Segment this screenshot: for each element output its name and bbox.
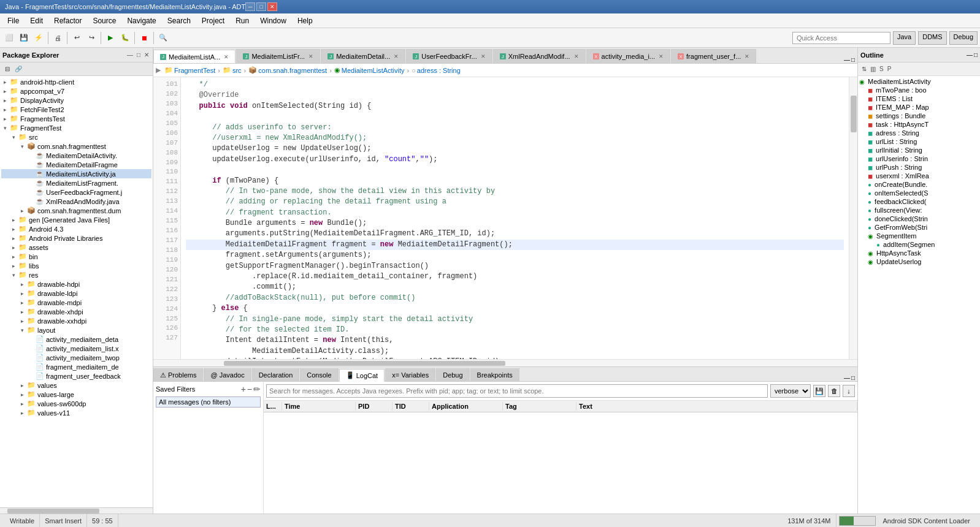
tree-item[interactable]: 📄activity_mediaitem_list.x [1,344,151,353]
tree-item[interactable]: ▾📁FragmentTest [1,123,151,132]
close-button[interactable]: ✕ [267,2,277,11]
logcat-clear-btn[interactable]: 🗑 [828,385,840,397]
tree-item[interactable]: ☕XmlReadAndModify.java [1,197,151,206]
tab-close-1[interactable]: ✕ [308,53,313,59]
tree-item[interactable]: ▸📁drawable-ldpi [1,289,151,298]
outline-item[interactable]: ◼ ITEM_MAP : Map [859,103,979,112]
breadcrumb-field[interactable]: ○adress : String [412,67,461,74]
editor-tab-6[interactable]: X fragment_user_f... ✕ [671,49,756,63]
menu-source[interactable]: Source [88,14,121,28]
editor-tab-1[interactable]: J MediaitemListFr... ✕ [236,49,320,63]
tab-close-6[interactable]: ✕ [745,53,749,59]
outline-item[interactable]: ◼ ITEMS : List [859,94,979,103]
editor-minimize-btn[interactable]: — [844,56,850,63]
outline-item[interactable]: ◼ userxml : XmlRea [859,172,979,180]
toolbar-save-all[interactable]: ⚡ [32,31,45,45]
toolbar-redo[interactable]: ↪ [85,31,98,45]
outline-item[interactable]: ● addItem(Segmen [859,240,979,249]
editor-tab-5[interactable]: X activity_media_i... ✕ [586,49,670,63]
menu-file[interactable]: File [2,14,24,28]
toolbar-search[interactable]: 🔍 [156,31,170,45]
outline-item[interactable]: ● onItemSelected(S [859,189,979,197]
outline-item[interactable]: ◉ UpdateUserlog [859,257,979,266]
code-hscroll-thumb[interactable] [224,361,505,366]
pkg-close-button[interactable]: ✕ [143,51,150,59]
tree-item[interactable]: ▸📁values-v11 [1,408,151,417]
outline-item[interactable]: ● fullscreen(View: [859,206,979,214]
remove-filter-btn[interactable]: − [247,384,252,394]
tree-item[interactable]: ▸📁drawable-xxhdpi [1,316,151,325]
editor-tab-0[interactable]: J MediaitemListA... ✕ [153,50,235,64]
outline-item[interactable]: ◼ urlList : String [859,137,979,146]
perspective-ddms[interactable]: DDMS [918,31,946,45]
tree-item[interactable]: ▾📦com.snah.fragmenttest [1,142,151,151]
tree-item[interactable]: ▸📁appcompat_v7 [1,86,151,96]
quick-access-input[interactable] [792,32,890,44]
menu-help[interactable]: Help [293,14,318,28]
outline-item[interactable]: ◉ SegmentItem [859,232,979,240]
toolbar-new[interactable]: ⬜ [2,31,16,45]
tab-close-5[interactable]: ✕ [659,53,664,59]
tree-item[interactable]: ▸📁drawable-hdpi [1,279,151,289]
tree-item[interactable]: ▸📁drawable-xhdpi [1,307,151,316]
menu-edit[interactable]: Edit [25,14,48,28]
bottom-minimize-btn[interactable]: — [844,374,850,381]
menu-project[interactable]: Project [197,14,229,28]
bottom-maximize-btn[interactable]: □ [851,374,855,381]
menu-navigate[interactable]: Navigate [122,14,161,28]
tree-item[interactable]: ▸📁FetchFileTest2 [1,105,151,114]
add-filter-btn[interactable]: + [241,384,246,394]
code-content[interactable]: */ @Override public void onItemSelected(… [181,77,849,359]
tree-item[interactable]: ▸📁libs [1,261,151,270]
tree-item[interactable]: ▸📁android-http-client [1,77,151,86]
logcat-scroll-btn[interactable]: ↓ [843,385,855,397]
bottom-tab-logcat[interactable]: 📱LogCat [339,369,385,382]
toolbar-stop[interactable]: ⏹ [137,31,151,45]
pkg-maximize-button[interactable]: □ [136,51,142,59]
pkg-collapse-all[interactable]: ⊟ [2,64,12,74]
tree-item[interactable]: ▸📁DisplayActivity [1,96,151,105]
tab-close-4[interactable]: ✕ [574,53,579,59]
editor-tab-2[interactable]: J MediaitemDetail... ✕ [321,49,405,63]
minimize-button[interactable]: ─ [245,2,255,11]
outline-hide-fields-btn[interactable]: ▥ [869,65,877,73]
outline-item[interactable]: ● GetFromWeb(Stri [859,223,979,232]
outline-item[interactable]: ◼ settings : Bundle [859,112,979,120]
perspective-debug[interactable]: Debug [949,31,978,45]
tree-item[interactable]: ▸📁drawable-mdpi [1,298,151,307]
pkg-minimize-button[interactable]: — [126,51,134,59]
outline-hide-nonpublic-btn[interactable]: P [886,65,893,73]
tab-close-0[interactable]: ✕ [224,54,229,60]
outline-item[interactable]: ● onCreate(Bundle. [859,180,979,189]
tree-item[interactable]: ▸📁Android 4.3 [1,224,151,233]
outline-sort-btn[interactable]: ⇅ [860,65,868,73]
bottom-tab-javadoc[interactable]: @ Javadoc [204,368,251,381]
toolbar-undo[interactable]: ↩ [70,31,83,45]
tree-item[interactable]: ▸📁assets [1,243,151,252]
tree-item[interactable]: ☕MediaitemDetailActivity. [1,151,151,160]
editor-tab-4[interactable]: J XmlReadAndModif... ✕ [493,49,586,63]
bottom-tab-console[interactable]: Console [300,368,338,381]
tree-item[interactable]: ▸📁values [1,381,151,390]
tree-item[interactable]: ▾📁src [1,132,151,142]
perspective-java[interactable]: Java [893,31,916,45]
tree-item[interactable]: ▸📁Android Private Libraries [1,233,151,243]
menu-run[interactable]: Run [231,14,254,28]
menu-window[interactable]: Window [255,14,291,28]
outline-item[interactable]: ◼ mTwoPane : boo [859,86,979,94]
bottom-tab-problems[interactable]: ⚠Problems [153,368,203,381]
outline-item[interactable]: ● doneClicked(Strin [859,214,979,223]
outline-item[interactable]: ◼ urlPush : String [859,163,979,172]
tab-close-2[interactable]: ✕ [394,53,399,59]
bottom-tab-declaration[interactable]: Declaration [252,368,300,381]
outline-item[interactable]: ● feedbackClicked( [859,197,979,206]
pkg-horizontal-scrollbar[interactable] [0,507,153,514]
tree-item[interactable]: ☕UserFeedbackFragment.j [1,188,151,197]
editor-scrollbar[interactable] [849,77,857,359]
tree-item[interactable]: ☕MediaitemListActivity.ja [1,169,151,178]
tree-item[interactable]: 📄fragment_mediaitem_de [1,362,151,371]
tree-item[interactable]: ▸📁gen [Generated Java Files] [1,215,151,224]
edit-filter-btn[interactable]: ✏ [253,384,261,394]
tree-item[interactable]: ☕MediaitemListFragment. [1,178,151,188]
pkg-link-editor[interactable]: 🔗 [13,64,23,74]
